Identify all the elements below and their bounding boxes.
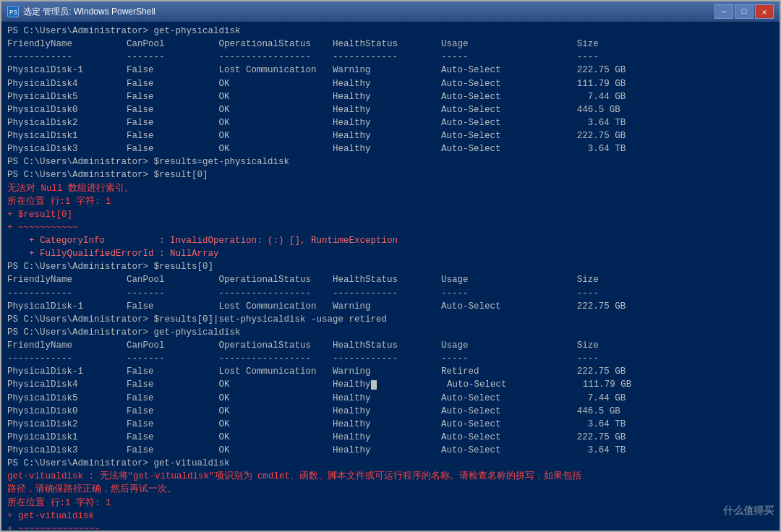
terminal-line: FriendlyName CanPool OperationalStatus H… xyxy=(7,273,774,286)
terminal-line: PhysicalDisk2 False OK Healthy Auto-Sele… xyxy=(7,116,774,129)
minimize-button[interactable]: — xyxy=(714,4,733,19)
terminal-line: PhysicalDisk3 False OK Healthy Auto-Sele… xyxy=(7,142,774,155)
close-button[interactable]: ✕ xyxy=(755,4,774,19)
terminal-line: 所在位置 行:1 字符: 1 xyxy=(7,195,774,208)
terminal-line: PhysicalDisk5 False OK Healthy Auto-Sele… xyxy=(7,90,774,103)
terminal-line: PS C:\Users\Administrator> get-physicald… xyxy=(7,25,774,38)
terminal-line: + ~~~~~~~~~~~ xyxy=(7,221,774,234)
terminal-line: PhysicalDisk0 False OK Healthy Auto-Sele… xyxy=(7,103,774,116)
terminal-line: ------------ ------- ----------------- -… xyxy=(7,51,774,64)
terminal-line: get-vitualdisk : 无法将"get-vitualdisk"项识别为… xyxy=(7,470,774,483)
terminal-line: + get-vitualdisk xyxy=(7,510,774,523)
titlebar: PS 选定 管理员: Windows PowerShell — □ ✕ xyxy=(1,1,780,22)
terminal-line: 无法对 Null 数组进行索引。 xyxy=(7,182,774,195)
terminal-line: ------------ ------- ----------------- -… xyxy=(7,352,774,365)
watermark: 什么值得买 xyxy=(723,505,774,518)
terminal-line: PS C:\Users\Administrator> get-vitualdis… xyxy=(7,457,774,470)
terminal-line: PhysicalDisk4 False OK Healthy Auto-Sele… xyxy=(7,77,774,90)
terminal-line: PhysicalDisk2 False OK Healthy Auto-Sele… xyxy=(7,418,774,431)
terminal-line: PhysicalDisk1 False OK Healthy Auto-Sele… xyxy=(7,431,774,444)
terminal-line: PS C:\Users\Administrator> $results[0] xyxy=(7,260,774,273)
terminal-line: PhysicalDisk3 False OK Healthy Auto-Sele… xyxy=(7,444,774,457)
terminal-line: 路径，请确保路径正确，然后再试一次。 xyxy=(7,483,774,496)
terminal-line: PhysicalDisk-1 False Lost Communication … xyxy=(7,300,774,313)
svg-text:PS: PS xyxy=(9,9,17,17)
terminal-line: 所在位置 行:1 字符: 1 xyxy=(7,497,774,510)
titlebar-buttons[interactable]: — □ ✕ xyxy=(714,4,774,19)
terminal-line: ------------ ------- ----------------- -… xyxy=(7,287,774,300)
titlebar-left: PS 选定 管理员: Windows PowerShell xyxy=(7,6,155,18)
terminal-line: + ~~~~~~~~~~~~~~~ xyxy=(7,523,774,531)
maximize-button[interactable]: □ xyxy=(735,4,754,19)
terminal-line: + FullyQualifiedErrorId : NullArray xyxy=(7,247,774,260)
terminal-line: PS C:\Users\Administrator> $results=get-… xyxy=(7,155,774,168)
window-title: 选定 管理员: Windows PowerShell xyxy=(23,6,155,18)
terminal-line: PhysicalDisk4 False OK Healthy Auto-Sele… xyxy=(7,378,774,391)
terminal-line: FriendlyName CanPool OperationalStatus H… xyxy=(7,38,774,51)
terminal-area[interactable]: PS C:\Users\Administrator> get-physicald… xyxy=(1,22,780,531)
terminal-line: PS C:\Users\Administrator> $result[0] xyxy=(7,168,774,181)
terminal-line: FriendlyName CanPool OperationalStatus H… xyxy=(7,339,774,352)
terminal-line: PhysicalDisk-1 False Lost Communication … xyxy=(7,365,774,378)
terminal-line: PS C:\Users\Administrator> get-physicald… xyxy=(7,326,774,339)
terminal-line: PhysicalDisk5 False OK Healthy Auto-Sele… xyxy=(7,392,774,405)
terminal-line: PhysicalDisk1 False OK Healthy Auto-Sele… xyxy=(7,129,774,142)
terminal-line: PS C:\Users\Administrator> $results[0]|s… xyxy=(7,313,774,326)
powershell-window: PS 选定 管理员: Windows PowerShell — □ ✕ PS C… xyxy=(0,0,781,532)
terminal-line: PhysicalDisk-1 False Lost Communication … xyxy=(7,64,774,77)
terminal-line: + $result[0] xyxy=(7,208,774,221)
terminal-line: + CategoryInfo : InvalidOperation: (:) [… xyxy=(7,234,774,247)
terminal-line: PhysicalDisk0 False OK Healthy Auto-Sele… xyxy=(7,405,774,418)
app-icon: PS xyxy=(7,6,19,17)
